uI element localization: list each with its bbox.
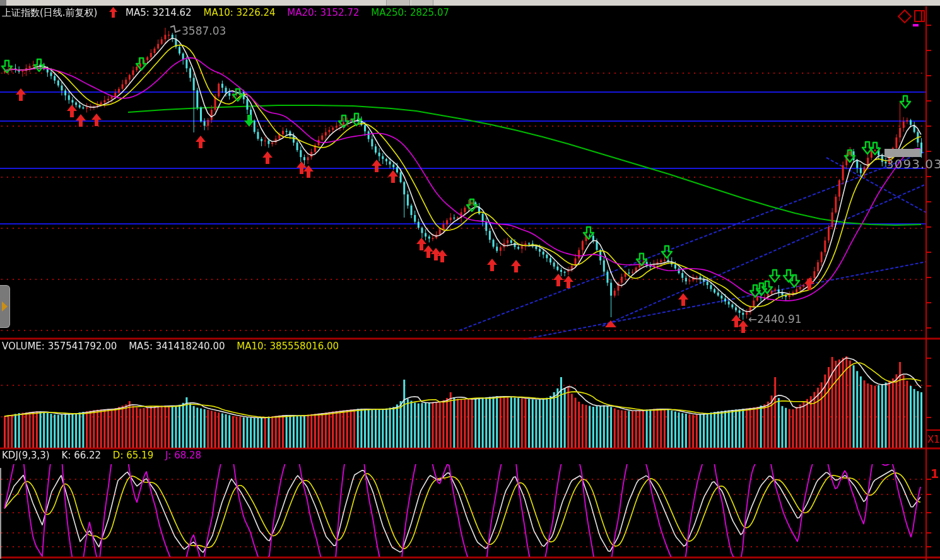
last-price-label: 3093.03 [886,156,940,172]
trend-up-arrow-icon [109,7,120,18]
ma250-value: MA250: 2825.07 [371,7,449,18]
ma5-value: MA5: 3214.62 [126,7,192,18]
expand-arrow-icon [2,301,8,312]
volume-ma10-value: MA10: 385558016.00 [237,341,339,352]
strip-segment[interactable] [411,0,433,6]
ma10-value: MA10: 3226.24 [203,7,275,18]
kdj-k-value: K: 66.22 [61,450,101,461]
volume-ma5-value: MA5: 341418240.00 [129,341,225,352]
volume-pane-header: VOLUME: 357541792.00 MA5: 341418240.00 M… [2,341,348,352]
volume-axis-unit-label: X1 [927,434,940,445]
stock-app-window: 上证指数(日线.前复权) MA5: 3214.62 MA10: 3226.24 … [0,0,940,560]
split-window-icon-divider [921,11,922,21]
ma20-value: MA20: 3152.72 [287,7,359,18]
left-edge-strip [0,468,1,559]
volume-value: VOLUME: 357541792.00 [2,341,117,352]
trough-price-label: ←2440.91 [748,313,802,325]
chart-canvas[interactable] [0,0,940,560]
chart-title: 上证指数(日线.前复权) [2,7,97,18]
kdj-pane-header: KDJ(9,3,3) K: 66.22 D: 65.19 J: 68.28 [2,450,210,461]
kdj-axis-scale-label: 1 [931,467,939,481]
kdj-j-value: J: 68.28 [165,450,201,461]
sidebar-expand-tab[interactable] [0,285,10,328]
kdj-label: KDJ(9,3,3) [2,450,50,461]
strip-segment[interactable] [386,0,410,6]
split-window-icon[interactable] [914,10,925,22]
peak-price-label: 3587.03 [182,25,226,37]
peak-callout-line [168,24,182,36]
magenta-marker-icon [913,24,919,26]
strip-left-block [0,0,6,6]
main-chart-header: 上证指数(日线.前复权) MA5: 3214.62 MA10: 3226.24 … [2,7,458,19]
window-top-strip [0,0,940,6]
kdj-d-value: D: 65.19 [113,450,153,461]
